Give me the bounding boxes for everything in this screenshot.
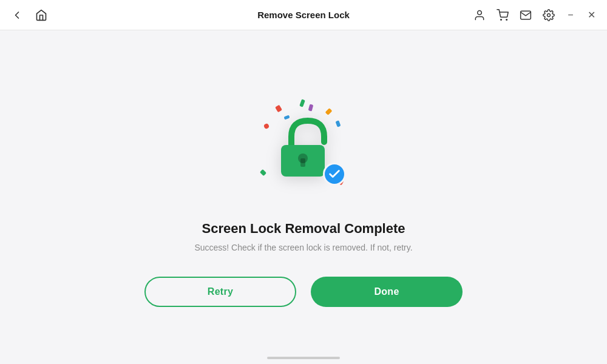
home-button[interactable]: [34, 8, 49, 22]
close-button[interactable]: ✕: [585, 9, 597, 21]
main-content: Screen Lock Removal Complete Success! Ch…: [0, 30, 607, 364]
nav-right: − ✕: [472, 8, 597, 22]
confetti-5: [263, 123, 270, 130]
retry-button[interactable]: Retry: [144, 277, 296, 307]
window-title: Remove Screen Lock: [257, 10, 350, 20]
svg-rect-6: [300, 158, 305, 167]
svg-point-1: [501, 19, 502, 20]
icon-area: [243, 87, 364, 209]
buttons-row: Retry Done: [144, 277, 463, 307]
cart-icon[interactable]: [495, 8, 510, 22]
confetti-1: [275, 105, 282, 113]
minimize-button[interactable]: −: [565, 9, 577, 21]
bottom-scrollbar: [267, 357, 340, 359]
svg-point-3: [548, 13, 551, 16]
done-button[interactable]: Done: [311, 277, 463, 307]
svg-point-0: [478, 10, 482, 15]
success-subtitle: Success! Check if the screen lock is rem…: [194, 243, 412, 252]
check-badge: [323, 163, 346, 186]
confetti-6: [308, 104, 314, 111]
success-title: Screen Lock Removal Complete: [202, 221, 405, 237]
svg-point-2: [506, 19, 507, 20]
title-bar: Remove Screen Lock: [0, 0, 607, 30]
confetti-2: [299, 99, 305, 107]
settings-icon[interactable]: [541, 8, 556, 22]
confetti-7: [260, 169, 266, 176]
back-button[interactable]: [10, 8, 24, 22]
user-icon[interactable]: [472, 8, 487, 22]
nav-left: [10, 8, 49, 22]
mail-icon[interactable]: [518, 8, 533, 22]
